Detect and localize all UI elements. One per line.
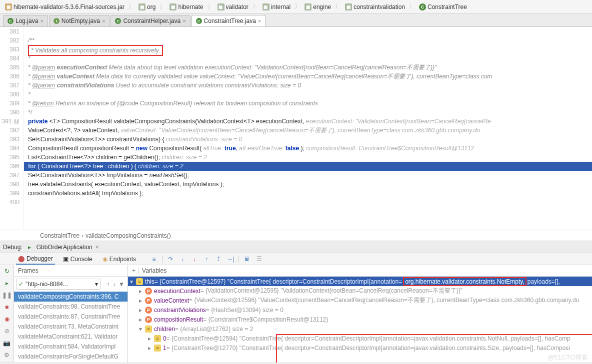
code-line[interactable]: private <T> CompositionResult validateCo… [24, 117, 592, 126]
code-line[interactable]: List<ConstraintTree<?>> children = getCh… [24, 153, 592, 162]
step-out-icon[interactable]: ↑ [202, 255, 210, 263]
expand-chevron-icon[interactable]: ▸ [139, 316, 145, 323]
evaluate-icon[interactable]: 🖩 [243, 255, 251, 263]
line-number[interactable]: 398 [0, 180, 20, 189]
expand-chevron-icon[interactable]: ▸ [139, 288, 145, 295]
code-line[interactable]: * Validates all composing constraints re… [24, 45, 592, 54]
code-line[interactable] [24, 27, 592, 36]
frame-item[interactable]: validateConstraints:87, ConstraintTree [14, 312, 128, 322]
mute-breakpoints-icon[interactable]: ⊘ [3, 327, 11, 335]
tab-console[interactable]: ▣Console [61, 254, 94, 264]
close-icon[interactable]: × [40, 18, 43, 24]
expand-chevron-icon[interactable]: ▾ [130, 278, 136, 285]
code-area[interactable]: /** * Validates all composing constraint… [24, 27, 592, 230]
variable-row[interactable]: ▸PvalueContext = {ValueContext@12596} "V… [128, 296, 592, 305]
variable-row[interactable]: ▸PexecutionContext = {ValidationContext@… [128, 286, 592, 296]
code-line[interactable]: for ( ConstraintTree<?> tree : children … [24, 162, 592, 171]
code-line[interactable]: CompositionResult compositionResult = ne… [24, 144, 592, 153]
line-number[interactable]: 394 [0, 144, 20, 153]
prev-frame-icon[interactable]: ↑ [106, 281, 110, 288]
line-number[interactable]: 390 [0, 108, 20, 117]
frame-item[interactable]: validateConstraintsForSingleDefaultG [14, 352, 128, 362]
variables-tree[interactable]: ▾≡this = {ConstraintTree@12597} "Constra… [128, 277, 592, 363]
filter-frames-icon[interactable]: ▼ [118, 281, 124, 288]
breadcrumb-item[interactable]: ▦internal [260, 2, 292, 11]
code-line[interactable]: ValueContext<?, ?> valueContext, valueCo… [24, 126, 592, 135]
expand-chevron-icon[interactable]: ▸ [148, 335, 154, 342]
close-icon[interactable]: × [258, 18, 261, 24]
frame-item[interactable]: validateConstraintsForDefaultGroup:4 [14, 362, 128, 364]
close-icon[interactable]: × [182, 18, 186, 24]
code-line[interactable]: tree.validateConstraints( executionConte… [24, 180, 592, 189]
editor-tab[interactable]: CConstraintTree.java× [192, 15, 266, 26]
code-line[interactable] [24, 198, 592, 207]
run-config-name[interactable]: GbbOrderApplication [36, 244, 92, 251]
frame-item[interactable]: validateConstraints:98, ConstraintTree [14, 302, 128, 312]
variable-row[interactable]: ▸≡0 = {ConstraintTree@12594} "Constraint… [128, 334, 592, 343]
settings-icon[interactable]: ⚙ [3, 351, 11, 359]
line-number[interactable]: 393 [0, 135, 20, 144]
line-number[interactable]: 386 [0, 72, 20, 81]
variable-row[interactable]: ▸PconstraintViolations = {HashSet@13094}… [128, 305, 592, 315]
variable-row[interactable]: ▾≡children = {ArrayList@12762} size = 2 [128, 324, 592, 334]
line-number[interactable]: 397 [0, 171, 20, 180]
editor-tab[interactable]: INotEmpty.java× [49, 15, 110, 26]
line-number[interactable]: 400 [0, 198, 20, 207]
code-line[interactable]: * [24, 90, 592, 99]
breadcrumb-item[interactable]: ▦engine [302, 2, 333, 11]
code-line[interactable]: Set<ConstraintViolation<T>> tmpViolation… [24, 171, 592, 180]
add-watch-icon[interactable]: + [132, 267, 136, 274]
line-number[interactable]: 388 [0, 90, 20, 99]
breadcrumb-item[interactable]: ▦constraintvalidation [343, 2, 407, 11]
close-icon[interactable]: × [96, 244, 99, 251]
step-into-icon[interactable]: ↓ [178, 255, 186, 263]
breadcrumb-item[interactable]: CConstraintTree [417, 2, 469, 11]
line-number[interactable]: 383 [0, 45, 20, 54]
code-line[interactable]: */ [24, 108, 592, 117]
next-frame-icon[interactable]: ↓ [112, 281, 116, 288]
expand-chevron-icon[interactable]: ▸ [139, 307, 145, 314]
camera-icon[interactable]: 📷 [3, 339, 11, 347]
breadcrumb-item[interactable]: ▦hibernate-validator-5.3.6.Final-sources… [3, 2, 126, 11]
frames-list[interactable]: validateComposingConstraints:396, Cvalid… [14, 292, 128, 364]
tab-endpoints[interactable]: ◉Endpoints [100, 254, 138, 264]
breadcrumb-item[interactable]: ▦hibernate [168, 2, 205, 11]
resume-icon[interactable]: ▸ [3, 279, 11, 287]
expand-chevron-icon[interactable]: ▾ [139, 326, 145, 333]
line-number[interactable]: 385 [0, 63, 20, 72]
line-number[interactable]: 392 [0, 126, 20, 135]
frame-item[interactable]: validateConstraint:73, MetaConstraint [14, 322, 128, 332]
editor-tab[interactable]: CConstraintHelper.java× [110, 15, 190, 26]
editor-tab[interactable]: CLog.java× [3, 15, 48, 26]
force-step-into-icon[interactable]: ↓ [190, 255, 198, 263]
rerun-icon[interactable]: ↻ [3, 267, 11, 275]
code-line[interactable]: * @param valueContext Meta data for curr… [24, 72, 592, 81]
line-number[interactable]: 389 [0, 99, 20, 108]
line-number[interactable]: 391 @ [0, 117, 20, 126]
thread-selector[interactable]: ✓"http-nio-8084... ▾ [16, 279, 100, 290]
code-line[interactable]: * @param executionContext Meta data abou… [24, 63, 592, 72]
code-editor[interactable]: 381382383384385386387388389390391 @39239… [0, 27, 592, 230]
breadcrumb-method[interactable]: validateComposingConstraints() [86, 232, 171, 239]
pause-icon[interactable]: ❚❚ [3, 291, 11, 299]
code-line[interactable]: constraintViolations.addAll( tmpViolatio… [24, 189, 592, 198]
line-number[interactable]: 387 [0, 81, 20, 90]
variable-row[interactable]: ▾≡this = {ConstraintTree@12597} "Constra… [128, 277, 592, 286]
frame-item[interactable]: validateMetaConstraint:621, Validator [14, 332, 128, 342]
line-number[interactable]: 381 [0, 27, 20, 36]
breadcrumb-item[interactable]: ▦validator [216, 2, 250, 11]
expand-chevron-icon[interactable]: ▸ [139, 297, 145, 304]
close-icon[interactable]: × [102, 18, 105, 24]
code-line[interactable]: * @param constraintViolations Used to ac… [24, 81, 592, 90]
trace-icon[interactable]: ☰ [255, 255, 263, 263]
line-number[interactable]: 384 [0, 54, 20, 63]
expand-chevron-icon[interactable]: ▸ [148, 345, 154, 352]
line-number[interactable]: 382 [0, 36, 20, 45]
variable-row[interactable]: ▸≡1 = {ConstraintTree@12770} "Constraint… [128, 343, 592, 353]
frame-item[interactable]: validateConstraint:584, ValidatorImpl [14, 342, 128, 352]
variable-row[interactable]: ▸PcompositionResult = {ConstraintTree$Co… [128, 315, 592, 324]
breadcrumb-class[interactable]: ConstraintTree [40, 232, 80, 239]
show-frames-icon[interactable]: ≡ [150, 255, 158, 263]
breadcrumb-item[interactable]: ▦org [136, 2, 158, 11]
step-over-icon[interactable]: ↷ [166, 255, 174, 263]
